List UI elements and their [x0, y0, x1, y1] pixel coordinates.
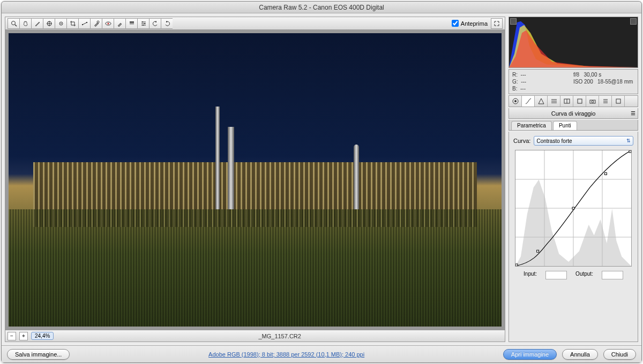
cancel-button[interactable]: Annulla	[562, 349, 598, 360]
point-tab[interactable]: Punti	[553, 121, 577, 130]
svg-point-18	[144, 23, 145, 24]
b-label: B:	[512, 86, 517, 92]
svg-point-0	[11, 21, 15, 25]
g-label: G:	[512, 79, 518, 85]
preview-image	[9, 33, 502, 327]
image-canvas[interactable]	[5, 30, 505, 330]
red-eye-tool[interactable]	[102, 18, 114, 29]
lens-tab-icon[interactable]	[573, 96, 586, 107]
curve-input-field[interactable]	[545, 271, 567, 279]
fullscreen-toggle[interactable]	[491, 18, 503, 29]
hand-tool[interactable]	[19, 18, 31, 29]
output-label: Output:	[575, 271, 593, 279]
histogram	[509, 17, 638, 68]
preview-checkbox-input[interactable]	[452, 20, 459, 27]
b-value: ---	[520, 86, 526, 92]
camera-tab-icon[interactable]	[586, 96, 599, 107]
presets-tab-icon[interactable]	[599, 96, 612, 107]
titlebar: Camera Raw 5.2 - Canon EOS 400D Digital	[2, 2, 641, 13]
filename-label: _MG_1157.CR2	[57, 333, 503, 339]
curve-subtabs: Parametrica Punti	[509, 120, 638, 131]
detail-tab-icon[interactable]	[535, 96, 548, 107]
svg-point-12	[107, 22, 109, 24]
graduated-filter-tool[interactable]	[125, 18, 137, 29]
crop-tool[interactable]	[66, 18, 78, 29]
targeted-adjustment-tool[interactable]	[55, 18, 66, 29]
curve-output-field[interactable]	[602, 271, 623, 279]
shadow-clip-toggle[interactable]	[510, 18, 517, 25]
svg-point-17	[142, 21, 143, 22]
r-label: R:	[512, 72, 518, 78]
svg-line-7	[83, 22, 87, 25]
window-title: Camera Raw 5.2 - Canon EOS 400D Digital	[259, 4, 384, 11]
g-value: ---	[521, 79, 526, 85]
panel-tabs	[509, 95, 638, 107]
split-tone-tab-icon[interactable]	[560, 96, 573, 107]
svg-rect-42	[537, 250, 539, 252]
parametric-tab[interactable]: Parametrica	[511, 121, 552, 130]
curve-label: Curva:	[513, 138, 530, 144]
save-image-button[interactable]: Salva immagine...	[7, 349, 70, 360]
svg-rect-45	[629, 150, 631, 153]
svg-point-21	[514, 100, 517, 102]
workflow-options-link[interactable]: Adobe RGB (1998); 8 bit; 3888 per 2592 (…	[75, 351, 497, 358]
footer: Salva immagine... Adobe RGB (1998); 8 bi…	[2, 345, 641, 362]
spot-removal-tool[interactable]	[90, 18, 102, 29]
close-button[interactable]: Chiudi	[603, 349, 636, 360]
svg-rect-13	[130, 21, 134, 26]
adjustment-brush-tool[interactable]	[114, 18, 125, 29]
exif-info: R: --- G: --- B: --- f/8 30,00 s ISO 200…	[509, 69, 638, 94]
zoom-level-select[interactable]: 24,4%	[31, 332, 54, 340]
svg-rect-44	[604, 173, 607, 175]
white-balance-tool[interactable]	[31, 18, 43, 29]
svg-rect-8	[82, 24, 83, 25]
aperture-value: f/8	[573, 72, 579, 78]
main-toolbar: Anteprima	[5, 17, 505, 30]
svg-rect-41	[515, 264, 518, 266]
input-label: Input:	[524, 271, 537, 279]
lens-value: 18-55@18 mm	[597, 79, 633, 85]
preferences-tool[interactable]	[137, 18, 149, 29]
panel-title: Curva di viraggio	[551, 110, 596, 117]
camera-raw-window: Camera Raw 5.2 - Canon EOS 400D Digital	[1, 1, 642, 363]
curve-preset-value: Contrasto forte	[536, 138, 572, 144]
svg-point-10	[97, 21, 99, 23]
svg-rect-9	[86, 22, 87, 23]
panel-menu-icon[interactable]: ☰	[631, 110, 635, 116]
highlight-clip-toggle[interactable]	[630, 18, 637, 25]
left-pane: Anteprima − + 24,4% _MG_1157.CR2	[5, 17, 505, 342]
svg-point-6	[61, 23, 62, 24]
panel-header: Curva di viraggio ☰	[509, 108, 638, 119]
snapshots-tab-icon[interactable]	[612, 96, 625, 107]
svg-rect-33	[616, 99, 620, 103]
status-bar: − + 24,4% _MG_1157.CR2	[5, 330, 505, 342]
shutter-value: 30,00 s	[584, 72, 601, 78]
content-area: Anteprima − + 24,4% _MG_1157.CR2	[2, 13, 641, 345]
open-image-button[interactable]: Apri immagine	[503, 349, 557, 360]
hsl-tab-icon[interactable]	[548, 96, 560, 107]
dropdown-arrows-icon: ⇅	[626, 138, 631, 143]
r-value: ---	[521, 72, 526, 78]
basic-tab-icon[interactable]	[509, 96, 522, 107]
right-pane: R: --- G: --- B: --- f/8 30,00 s ISO 200…	[509, 17, 638, 342]
rotate-cw-tool[interactable]	[161, 18, 173, 29]
svg-point-19	[143, 25, 144, 26]
svg-rect-27	[578, 99, 582, 103]
zoom-in-button[interactable]: +	[19, 332, 28, 340]
curve-io-row: Input: Output:	[513, 271, 633, 279]
tone-curve-tab-icon[interactable]	[522, 96, 535, 107]
curve-preset-select[interactable]: Contrasto forte ⇅	[534, 136, 633, 146]
straighten-tool[interactable]	[78, 18, 90, 29]
zoom-out-button[interactable]: −	[8, 332, 16, 340]
curve-editor[interactable]	[515, 150, 632, 267]
preview-checkbox[interactable]: Anteprima	[452, 20, 488, 27]
svg-line-1	[15, 25, 17, 26]
svg-rect-43	[572, 207, 574, 209]
zoom-tool[interactable]	[8, 18, 19, 29]
preview-label: Anteprima	[461, 20, 488, 27]
color-sampler-tool[interactable]	[43, 18, 55, 29]
curve-panel: Curva: Contrasto forte ⇅	[509, 132, 638, 342]
iso-value: ISO 200	[573, 79, 593, 85]
rotate-ccw-tool[interactable]	[149, 18, 161, 29]
svg-point-29	[592, 101, 594, 103]
